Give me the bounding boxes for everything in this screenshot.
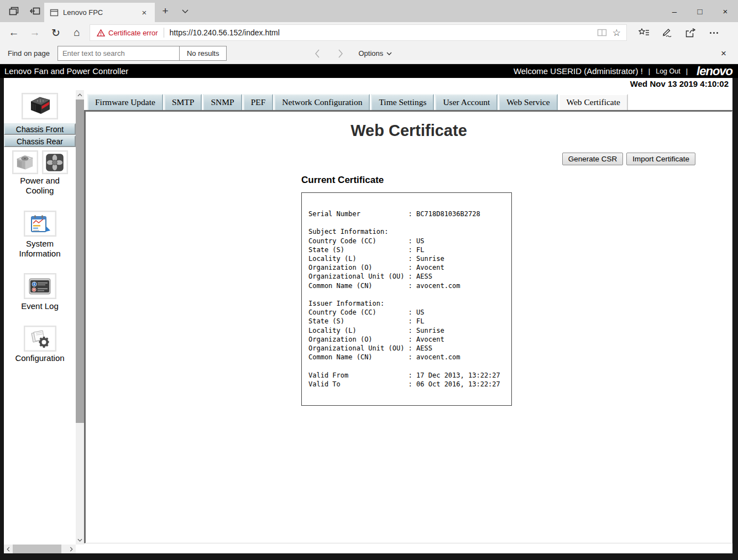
power-supply-button[interactable] <box>12 150 38 174</box>
new-tab-button[interactable]: + <box>155 0 176 22</box>
window-controls: – □ × <box>662 0 738 22</box>
scroll-left-icon[interactable] <box>4 545 13 553</box>
scroll-down-icon[interactable] <box>76 535 84 545</box>
forward-icon[interactable]: → <box>24 22 45 43</box>
sidebar-frame: Chassis Front Chassis Rear <box>4 90 84 553</box>
url-text[interactable]: https://10.240.56.152/index.html <box>170 28 597 37</box>
tab-pef[interactable]: PEF <box>243 94 274 110</box>
cooling-fan-button[interactable] <box>42 150 68 174</box>
sidebar-horizontal-scrollbar[interactable] <box>4 545 76 553</box>
reading-view-icon[interactable] <box>597 29 607 36</box>
tab-firmware-update[interactable]: Firmware Update <box>87 94 163 110</box>
import-certificate-button[interactable]: Import Certificate <box>626 153 695 165</box>
tabs-set-aside-icon[interactable] <box>4 7 23 15</box>
logout-link[interactable]: Log Out <box>656 67 680 75</box>
certificate-error-badge[interactable]: Certificate error <box>97 29 158 37</box>
certificate-text: Serial Number : BC718D81036B2728 Subject… <box>308 210 507 389</box>
tab-preview-chevron-icon[interactable] <box>176 0 195 22</box>
sidebar-vertical-scrollbar[interactable] <box>76 90 84 545</box>
datetime-text: Wed Nov 13 2019 4:10:02 <box>4 78 732 90</box>
tab-web-service[interactable]: Web Service <box>499 94 557 110</box>
find-on-page-label: Find on page <box>8 49 50 57</box>
find-on-page-bar: Find on page No results Options × <box>0 43 738 64</box>
find-navigation <box>310 46 348 61</box>
find-options-button[interactable]: Options <box>358 49 392 57</box>
certificate-details-box: Serial Number : BC718D81036B2728 Subject… <box>301 192 512 406</box>
banner-separator: | <box>686 67 688 75</box>
app-title: Lenovo Fan and Power Controller <box>4 66 128 76</box>
close-window-button[interactable]: × <box>713 0 738 22</box>
tab-user-account[interactable]: User Account <box>435 94 498 110</box>
banner-right: Welcome USERID (Administrator) ! | Log O… <box>514 64 732 78</box>
refresh-icon[interactable]: ↻ <box>45 22 66 43</box>
power-supply-icon <box>15 154 35 171</box>
find-search-input[interactable] <box>57 46 179 61</box>
sidebar-item-system-information[interactable]: System Information <box>9 239 70 259</box>
back-icon[interactable]: ← <box>3 22 24 43</box>
generate-csr-button[interactable]: Generate CSR <box>562 153 624 165</box>
tab-title: Lenovo FPC <box>63 8 135 17</box>
tab-smtp[interactable]: SMTP <box>164 94 202 110</box>
tab-page-icon <box>50 9 59 17</box>
fan-icon <box>45 153 64 172</box>
page-area: Wed Nov 13 2019 4:10:02 <box>0 78 738 560</box>
event-log-icon <box>28 278 51 295</box>
lenovo-logo: lenovo <box>693 64 732 78</box>
welcome-text: Welcome USERID (Administrator) ! <box>514 66 643 76</box>
tab-network-configuration[interactable]: Network Configuration <box>274 94 370 110</box>
navbar-right-icons <box>632 22 725 43</box>
chassis-front-button[interactable]: Chassis Front <box>4 123 76 135</box>
add-favorite-star-icon[interactable]: ☆ <box>613 27 621 39</box>
address-bar[interactable]: Certificate error https://10.240.56.152/… <box>90 24 627 41</box>
hub-favorites-icon[interactable] <box>632 22 656 43</box>
app-banner: Lenovo Fan and Power Controller Welcome … <box>0 64 738 78</box>
scroll-right-icon[interactable] <box>67 545 76 553</box>
horizontal-scroll-thumb[interactable] <box>13 545 61 553</box>
find-options-label: Options <box>358 49 383 57</box>
banner-separator: | <box>648 67 650 75</box>
find-close-icon[interactable]: × <box>713 48 735 59</box>
event-log-button[interactable] <box>24 273 56 299</box>
sidebar-item-configuration[interactable]: Configuration <box>9 353 70 363</box>
home-icon[interactable]: ⌂ <box>66 22 87 43</box>
chassis-rear-button[interactable]: Chassis Rear <box>4 135 76 147</box>
web-certificate-panel: Web Certificate Generate CSR Import Cert… <box>84 110 732 543</box>
chevron-down-icon <box>386 52 392 55</box>
scroll-up-icon[interactable] <box>76 90 84 100</box>
sidebar-item-power-cooling[interactable]: Power and Cooling <box>9 176 70 196</box>
more-options-icon[interactable] <box>702 22 725 43</box>
system-information-button[interactable] <box>24 211 56 237</box>
maximize-button[interactable]: □ <box>687 0 713 22</box>
tab-time-settings[interactable]: Time Settings <box>371 94 434 110</box>
find-box: No results <box>57 46 227 61</box>
tabs-restore-icon[interactable] <box>25 7 44 15</box>
current-certificate-heading: Current Certificate <box>301 175 384 186</box>
titlebar-left-icons <box>0 0 44 22</box>
share-icon[interactable] <box>679 22 702 43</box>
configuration-icon <box>28 329 51 349</box>
content-frame: Firmware Update SMTP SNMP PEF Network Co… <box>84 90 732 553</box>
configuration-button[interactable] <box>24 326 56 352</box>
page-title: Web Certificate <box>86 122 732 140</box>
address-divider <box>164 28 164 38</box>
browser-titlebar: Lenovo FPC × + – □ × <box>0 0 738 22</box>
tab-close-icon[interactable]: × <box>139 8 149 17</box>
settings-tab-bar: Firmware Update SMTP SNMP PEF Network Co… <box>84 93 732 110</box>
browser-tab-lenovo-fpc[interactable]: Lenovo FPC × <box>44 3 155 22</box>
web-notes-pen-icon[interactable] <box>656 22 679 43</box>
tab-snmp[interactable]: SNMP <box>203 94 242 110</box>
titlebar-spacer <box>195 0 662 22</box>
vertical-scroll-thumb[interactable] <box>76 100 84 423</box>
warning-triangle-icon <box>97 29 105 36</box>
system-information-icon <box>28 214 51 234</box>
find-next-icon[interactable] <box>333 46 348 61</box>
find-result-count: No results <box>179 46 227 61</box>
find-previous-icon[interactable] <box>310 46 325 61</box>
minimize-button[interactable]: – <box>662 0 687 22</box>
tab-web-certificate[interactable]: Web Certificate <box>559 94 628 110</box>
browser-navbar: ← → ↻ ⌂ Certificate error https://10.240… <box>0 22 738 43</box>
chassis-icon <box>27 96 53 117</box>
sidebar-item-event-log[interactable]: Event Log <box>9 301 70 311</box>
certificate-error-label: Certificate error <box>108 29 158 37</box>
chassis-button[interactable] <box>22 93 58 119</box>
